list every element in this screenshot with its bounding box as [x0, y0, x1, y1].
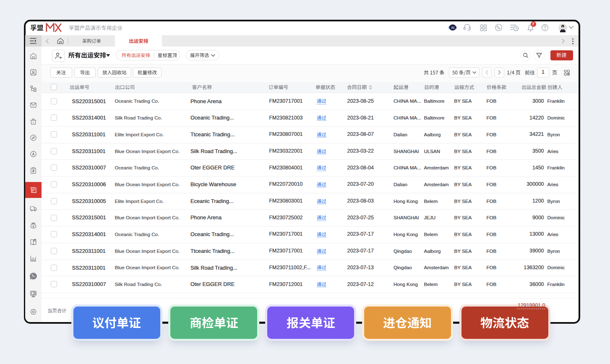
svg-text:AI: AI — [451, 26, 454, 30]
